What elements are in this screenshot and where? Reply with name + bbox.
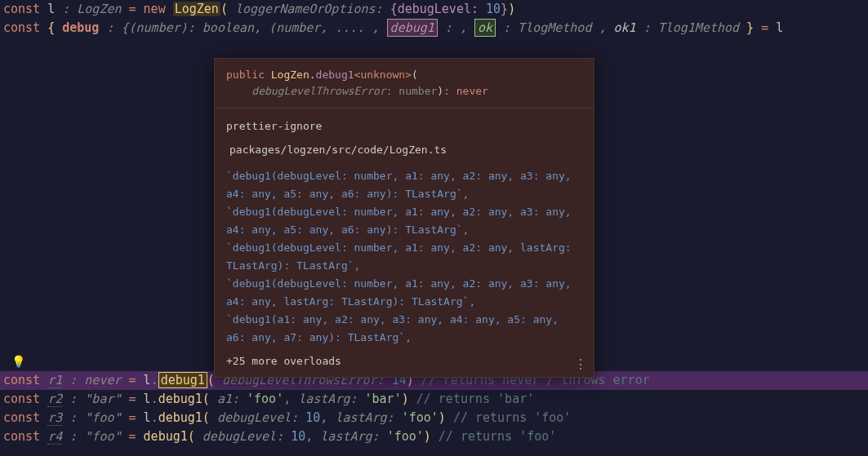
code-line-1[interactable]: const l : LogZen = new LogZen( loggerNam… (0, 0, 868, 19)
tooltip-title: prettier-ignore (226, 117, 582, 135)
prop-debuglevel: debugLevel: (398, 2, 479, 16)
type-hint: : Tlog1Method (643, 20, 739, 35)
param-hint: lastArg: (320, 429, 379, 444)
variable-r2: r2 (47, 392, 62, 407)
type-annotation: : never (69, 373, 121, 387)
keyword-const: const (3, 429, 40, 444)
type-hint: : {(number): boolean, (number, .... , (106, 20, 379, 35)
paren: ) (508, 2, 515, 16)
code-line-r2[interactable]: const r2 : "bar" = l.debug1( a1: 'foo', … (0, 390, 868, 409)
operator-eq: = (761, 20, 776, 35)
string-literal: 'foo' (387, 429, 424, 444)
destruct-debug1: debug1 (387, 19, 438, 37)
tooltip-path: packages/logzen/src/code/LogZen.ts (226, 140, 582, 159)
more-menu-icon[interactable]: ⋮ (574, 359, 587, 370)
destruct-ok1: ok1 (614, 20, 636, 35)
param-hint: debugLevel: (203, 429, 283, 444)
number-literal: 10 (291, 429, 305, 444)
obj-l: l (144, 410, 151, 425)
type-hint: : TlogMethod , (503, 20, 606, 35)
overload-item: `debug1(debugLevel: number, a1: any, a2:… (226, 239, 582, 275)
param-hint: lastArg: (298, 392, 357, 406)
overload-item: `debug1(a1: any, a2: any, a3: any, a4: a… (226, 311, 582, 347)
brace: { (47, 20, 55, 35)
sig-return: : never (443, 85, 488, 97)
sig-public: public (226, 69, 265, 81)
overload-item: `debug1(debugLevel: number, a1: any, a2:… (226, 275, 582, 311)
comment: // returns 'foo' (453, 410, 572, 425)
string-literal: 'foo' (247, 392, 283, 406)
sig-method: debug1 (316, 69, 354, 81)
brace: { (390, 2, 398, 16)
destruct-ok: ok (474, 19, 496, 37)
method-debug1: debug1 (144, 429, 188, 444)
keyword-const: const (3, 392, 40, 406)
keyword-const: const (3, 373, 40, 387)
overload-item: `debug1(debugLevel: number, a1: any, a2:… (226, 167, 582, 203)
destruct-debug: debug (62, 20, 99, 35)
variable-r3: r3 (47, 410, 62, 426)
code-line-2[interactable]: const { debug : {(number): boolean, (num… (0, 19, 868, 38)
param-hint: lastArg: (335, 410, 394, 425)
tooltip-body: prettier-ignore packages/logzen/src/code… (215, 108, 594, 377)
param-hint: loggerNameOrOptions: (235, 2, 383, 16)
param-hint: debugLevel: (217, 410, 298, 425)
number-literal: 10 (305, 410, 320, 425)
method-debug1: debug1 (158, 372, 207, 388)
string-literal: 'bar' (365, 392, 402, 406)
intellisense-tooltip[interactable]: public LogZen.debug1<unknown>( debugLeve… (214, 58, 594, 378)
comment: // returns 'foo' (438, 429, 557, 444)
string-literal: 'foo' (402, 410, 438, 425)
keyword-const: const (3, 20, 40, 35)
param-hint: a1: (217, 392, 239, 406)
type-hint: : , (445, 20, 467, 35)
lightbulb-icon[interactable]: 💡 (11, 352, 25, 371)
brace: } (746, 20, 754, 35)
code-line-r3[interactable]: const r3 : "foo" = l.debug1( debugLevel:… (0, 409, 868, 427)
type-annotation: : "foo" (69, 410, 121, 425)
keyword-new: new (144, 2, 173, 16)
method-debug1: debug1 (158, 410, 203, 425)
obj-l: l (144, 392, 151, 406)
keyword-const: const (3, 2, 40, 16)
tooltip-signature: public LogZen.debug1<unknown>( debugLeve… (215, 59, 594, 108)
overload-item: `debug1(debugLevel: number, a1: any, a2:… (226, 203, 582, 239)
method-debug1: debug1 (158, 392, 203, 406)
sig-generic: <unknown> (354, 69, 412, 81)
type-annotation: : LogZen (62, 2, 128, 16)
variable-r1: r1 (47, 373, 62, 388)
comment: // returns 'bar' (416, 392, 535, 406)
variable-r4: r4 (47, 429, 62, 445)
paren: ( (220, 2, 235, 16)
operator-eq: = (129, 2, 136, 16)
keyword-const: const (3, 410, 40, 425)
sig-class: LogZen (271, 69, 309, 81)
type-annotation: : "foo" (69, 429, 121, 444)
type-annotation: : "bar" (69, 392, 121, 406)
sig-param: debugLevelThrowsError (251, 85, 385, 97)
sig-type: : number (386, 85, 438, 97)
variable-l: l (776, 20, 783, 35)
number-literal: 10 (486, 2, 501, 16)
class-logzen: LogZen (173, 2, 220, 16)
more-overloads: +25 more overloads (226, 352, 582, 370)
obj-l: l (144, 373, 151, 387)
brace: } (501, 2, 508, 16)
code-line-r4[interactable]: const r4 : "foo" = debug1( debugLevel: 1… (0, 427, 868, 446)
variable-l: l (47, 2, 55, 16)
